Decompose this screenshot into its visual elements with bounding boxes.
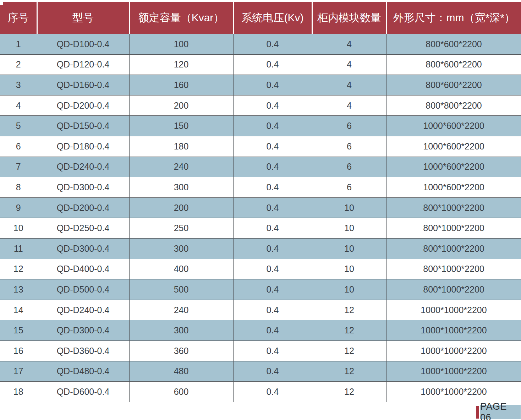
cell-modules: 6 (312, 116, 386, 136)
cell-capacity: 300 (129, 320, 233, 341)
cell-voltage: 0.4 (233, 238, 312, 259)
cell-modules: 12 (312, 340, 386, 361)
cell-modules: 4 (312, 34, 386, 54)
page-number-label: PAGE 06 (480, 405, 521, 419)
accent-bar (476, 406, 479, 419)
cell-voltage: 0.4 (233, 54, 312, 75)
column-header-capacity: 额定容量（Kvar） (129, 2, 233, 34)
cell-voltage: 0.4 (233, 279, 312, 300)
cell-dimensions: 1000*1000*2200 (386, 320, 521, 341)
table-row: 13 QD-D500-0.4 500 0.4 10 800*1000*2200 (0, 279, 521, 300)
cell-serial: 2 (0, 54, 37, 75)
product-spec-table: 序号 型号 额定容量（Kvar） 系统电压(Kv) 柜内模块数量 外形尺寸：mm… (0, 2, 521, 402)
corner-notch (0, 2, 3, 5)
column-header-serial: 序号 (0, 2, 37, 34)
cell-capacity: 300 (129, 238, 233, 259)
cell-model: QD-D600-0.4 (37, 382, 129, 402)
cell-dimensions: 1000*1000*2200 (386, 340, 521, 361)
cell-serial: 11 (0, 238, 37, 259)
table-row: 17 QD-D480-0.4 480 0.4 12 1000*1000*2200 (0, 361, 521, 382)
cell-voltage: 0.4 (233, 95, 312, 116)
table-row: 9 QD-D200-0.4 200 0.4 10 800*1000*2200 (0, 197, 521, 218)
table-header-row: 序号 型号 额定容量（Kvar） 系统电压(Kv) 柜内模块数量 外形尺寸：mm… (0, 2, 521, 34)
cell-model: QD-D180-0.4 (37, 136, 129, 157)
cell-modules: 10 (312, 238, 386, 259)
cell-modules: 12 (312, 361, 386, 382)
cell-model: QD-D300-0.4 (37, 177, 129, 198)
cell-voltage: 0.4 (233, 320, 312, 341)
table-body: 1 QD-D100-0.4 100 0.4 4 800*600*2200 2 Q… (0, 34, 521, 402)
cell-serial: 18 (0, 382, 37, 402)
cell-voltage: 0.4 (233, 361, 312, 382)
table-row: 1 QD-D100-0.4 100 0.4 4 800*600*2200 (0, 34, 521, 54)
table-row: 11 QD-D300-0.4 300 0.4 10 800*1000*2200 (0, 238, 521, 259)
cell-model: QD-D160-0.4 (37, 75, 129, 96)
cell-dimensions: 800*800*2200 (386, 95, 521, 116)
table-row: 12 QD-D400-0.4 400 0.4 10 800*1000*2200 (0, 259, 521, 279)
column-header-model: 型号 (37, 2, 129, 34)
cell-serial: 16 (0, 340, 37, 361)
table-row: 18 QD-D600-0.4 600 0.4 12 1000*1000*2200 (0, 382, 521, 402)
cell-dimensions: 800*1000*2200 (386, 238, 521, 259)
cell-serial: 15 (0, 320, 37, 341)
cell-model: QD-D300-0.4 (37, 320, 129, 341)
cell-model: QD-D250-0.4 (37, 218, 129, 239)
cell-model: QD-D200-0.4 (37, 197, 129, 218)
table-row: 15 QD-D300-0.4 300 0.4 12 1000*1000*2200 (0, 320, 521, 341)
cell-modules: 10 (312, 259, 386, 279)
cell-voltage: 0.4 (233, 157, 312, 177)
cell-model: QD-D300-0.4 (37, 238, 129, 259)
table-row: 6 QD-D180-0.4 180 0.4 6 1000*600*2200 (0, 136, 521, 157)
cell-modules: 12 (312, 382, 386, 402)
cell-capacity: 360 (129, 340, 233, 361)
cell-serial: 1 (0, 34, 37, 54)
cell-serial: 5 (0, 116, 37, 136)
table-row: 2 QD-D120-0.4 120 0.4 4 800*600*2200 (0, 54, 521, 75)
cell-serial: 14 (0, 300, 37, 320)
cell-dimensions: 800*600*2200 (386, 75, 521, 96)
cell-dimensions: 800*1000*2200 (386, 259, 521, 279)
cell-capacity: 480 (129, 361, 233, 382)
table-row: 5 QD-D150-0.4 150 0.4 6 1000*600*2200 (0, 116, 521, 136)
cell-serial: 8 (0, 177, 37, 198)
cell-dimensions: 1000*1000*2200 (386, 300, 521, 320)
cell-serial: 4 (0, 95, 37, 116)
cell-serial: 10 (0, 218, 37, 239)
cell-serial: 9 (0, 197, 37, 218)
cell-dimensions: 800*600*2200 (386, 34, 521, 54)
cell-model: QD-D120-0.4 (37, 54, 129, 75)
cell-model: QD-D240-0.4 (37, 300, 129, 320)
cell-capacity: 120 (129, 54, 233, 75)
table-header: 序号 型号 额定容量（Kvar） 系统电压(Kv) 柜内模块数量 外形尺寸：mm… (0, 2, 521, 34)
table-row: 3 QD-D160-0.4 160 0.4 4 800*600*2200 (0, 75, 521, 96)
cell-voltage: 0.4 (233, 259, 312, 279)
cell-modules: 10 (312, 197, 386, 218)
table-row: 10 QD-D250-0.4 250 0.4 10 800*1000*2200 (0, 218, 521, 239)
cell-modules: 10 (312, 218, 386, 239)
cell-modules: 6 (312, 177, 386, 198)
cell-capacity: 600 (129, 382, 233, 402)
cell-capacity: 240 (129, 157, 233, 177)
cell-capacity: 100 (129, 34, 233, 54)
cell-modules: 12 (312, 320, 386, 341)
cell-modules: 4 (312, 95, 386, 116)
cell-serial: 17 (0, 361, 37, 382)
cell-serial: 13 (0, 279, 37, 300)
cell-dimensions: 1000*1000*2200 (386, 382, 521, 402)
cell-capacity: 200 (129, 197, 233, 218)
cell-capacity: 150 (129, 116, 233, 136)
cell-model: QD-D360-0.4 (37, 340, 129, 361)
cell-voltage: 0.4 (233, 116, 312, 136)
cell-modules: 4 (312, 75, 386, 96)
cell-voltage: 0.4 (233, 177, 312, 198)
cell-voltage: 0.4 (233, 75, 312, 96)
cell-dimensions: 1000*600*2200 (386, 136, 521, 157)
cell-voltage: 0.4 (233, 382, 312, 402)
cell-serial: 7 (0, 157, 37, 177)
cell-serial: 6 (0, 136, 37, 157)
cell-modules: 6 (312, 157, 386, 177)
cell-modules: 12 (312, 300, 386, 320)
cell-dimensions: 800*600*2200 (386, 54, 521, 75)
cell-capacity: 400 (129, 259, 233, 279)
cell-model: QD-D480-0.4 (37, 361, 129, 382)
